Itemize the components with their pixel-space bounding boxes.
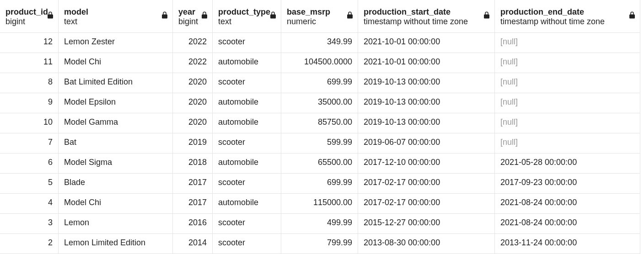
table-cell[interactable]: 2021-08-24 00:00:00 — [495, 214, 640, 234]
column-type: timestamp without time zone — [364, 17, 489, 26]
table-cell[interactable]: scooter — [213, 214, 281, 234]
column-type: numeric — [287, 17, 352, 26]
table-cell[interactable]: Lemon Limited Edition — [59, 234, 173, 254]
table-cell[interactable]: 11 — [0, 53, 59, 73]
column-name: model — [64, 7, 167, 17]
table-cell[interactable]: Blade — [59, 174, 173, 194]
table-cell[interactable]: automobile — [213, 93, 281, 113]
table-cell[interactable]: 2020 — [173, 93, 213, 113]
table-cell[interactable]: Bat — [59, 133, 173, 153]
column-type: timestamp without time zone — [500, 17, 634, 26]
table-cell[interactable]: 2022 — [173, 33, 213, 53]
table-cell[interactable]: automobile — [213, 194, 281, 214]
table-cell[interactable]: 10 — [0, 113, 59, 133]
table-cell[interactable]: 2018 — [173, 153, 213, 174]
table-cell[interactable]: 2 — [0, 234, 59, 254]
table-cell[interactable]: 2019-10-13 00:00:00 — [358, 93, 495, 113]
table-cell[interactable]: 799.99 — [281, 234, 358, 254]
table-cell[interactable]: 104500.0000 — [281, 53, 358, 73]
column-header-production_end_date[interactable]: production_end_datetimestamp without tim… — [495, 0, 640, 33]
column-name: product_id — [5, 7, 53, 17]
table-cell[interactable]: automobile — [213, 53, 281, 73]
table-cell[interactable]: Lemon Zester — [59, 33, 173, 53]
table-cell[interactable]: 2020 — [173, 73, 213, 93]
table-cell[interactable]: scooter — [213, 234, 281, 254]
table-cell[interactable]: 2021-05-28 00:00:00 — [495, 153, 640, 174]
table-cell[interactable]: scooter — [213, 33, 281, 53]
table-cell[interactable]: [null] — [495, 33, 640, 53]
column-type: text — [64, 17, 167, 26]
table-cell[interactable]: 2013-08-30 00:00:00 — [358, 234, 495, 254]
table-cell[interactable]: Model Chi — [59, 53, 173, 73]
table-cell[interactable]: 2017 — [173, 174, 213, 194]
lock-icon — [46, 11, 54, 19]
table-cell[interactable]: 2021-10-01 00:00:00 — [358, 53, 495, 73]
table-cell[interactable]: 6 — [0, 153, 59, 174]
table-cell[interactable]: [null] — [495, 93, 640, 113]
data-table: product_idbigintmodeltextyearbigintprodu… — [0, 0, 644, 254]
table-cell[interactable]: scooter — [213, 133, 281, 153]
table-cell[interactable]: 2022 — [173, 53, 213, 73]
column-header-year[interactable]: yearbigint — [173, 0, 213, 33]
table-cell[interactable]: 2014 — [173, 234, 213, 254]
table-cell[interactable]: 2019-06-07 00:00:00 — [358, 133, 495, 153]
table-cell[interactable]: scooter — [213, 174, 281, 194]
lock-icon — [346, 11, 354, 19]
table-cell[interactable]: 699.99 — [281, 73, 358, 93]
table-cell[interactable]: [null] — [495, 53, 640, 73]
table-cell[interactable]: 2017-02-17 00:00:00 — [358, 194, 495, 214]
table-cell[interactable]: 599.99 — [281, 133, 358, 153]
lock-icon — [200, 11, 209, 19]
table-cell[interactable]: [null] — [495, 73, 640, 93]
table-cell[interactable]: Model Chi — [59, 194, 173, 214]
table-cell[interactable]: 2016 — [173, 214, 213, 234]
column-name: production_start_date — [364, 7, 489, 17]
table-cell[interactable]: 2017-02-17 00:00:00 — [358, 174, 495, 194]
table-cell[interactable]: scooter — [213, 73, 281, 93]
table-cell[interactable]: 7 — [0, 133, 59, 153]
column-header-product_type[interactable]: product_typetext — [213, 0, 281, 33]
table-cell[interactable]: 349.99 — [281, 33, 358, 53]
column-type: bigint — [5, 17, 53, 26]
table-cell[interactable]: 2017-09-23 00:00:00 — [495, 174, 640, 194]
table-cell[interactable]: 2019-10-13 00:00:00 — [358, 73, 495, 93]
table-cell[interactable]: 9 — [0, 93, 59, 113]
column-header-base_msrp[interactable]: base_msrpnumeric — [281, 0, 358, 33]
column-type: text — [218, 17, 275, 26]
table-cell[interactable]: Model Epsilon — [59, 93, 173, 113]
column-name: product_type — [218, 7, 275, 17]
table-cell[interactable]: 2019 — [173, 133, 213, 153]
column-name: production_end_date — [500, 7, 634, 17]
column-header-model[interactable]: modeltext — [59, 0, 173, 33]
table-cell[interactable]: 115000.00 — [281, 194, 358, 214]
table-cell[interactable]: Model Gamma — [59, 113, 173, 133]
table-cell[interactable]: 85750.00 — [281, 113, 358, 133]
table-cell[interactable]: 2021-08-24 00:00:00 — [495, 194, 640, 214]
table-cell[interactable]: Bat Limited Edition — [59, 73, 173, 93]
column-header-product_id[interactable]: product_idbigint — [0, 0, 59, 33]
table-cell[interactable]: 2013-11-24 00:00:00 — [495, 234, 640, 254]
table-cell[interactable]: 12 — [0, 33, 59, 53]
table-cell[interactable]: 5 — [0, 174, 59, 194]
table-cell[interactable]: 2017-12-10 00:00:00 — [358, 153, 495, 174]
table-cell[interactable]: 499.99 — [281, 214, 358, 234]
table-cell[interactable]: automobile — [213, 113, 281, 133]
table-cell[interactable]: [null] — [495, 113, 640, 133]
table-cell[interactable]: 2021-10-01 00:00:00 — [358, 33, 495, 53]
table-cell[interactable]: Model Sigma — [59, 153, 173, 174]
table-cell[interactable]: 4 — [0, 194, 59, 214]
table-cell[interactable]: 8 — [0, 73, 59, 93]
table-cell[interactable]: 2020 — [173, 113, 213, 133]
table-cell[interactable]: Lemon — [59, 214, 173, 234]
table-cell[interactable]: 2017 — [173, 194, 213, 214]
table-cell[interactable]: 699.99 — [281, 174, 358, 194]
table-cell[interactable]: 2015-12-27 00:00:00 — [358, 214, 495, 234]
lock-icon — [269, 11, 277, 19]
table-cell[interactable]: 3 — [0, 214, 59, 234]
table-cell[interactable]: 35000.00 — [281, 93, 358, 113]
table-cell[interactable]: [null] — [495, 133, 640, 153]
table-cell[interactable]: 65500.00 — [281, 153, 358, 174]
column-header-production_start_date[interactable]: production_start_datetimestamp without t… — [358, 0, 495, 33]
table-cell[interactable]: automobile — [213, 153, 281, 174]
table-cell[interactable]: 2019-10-13 00:00:00 — [358, 113, 495, 133]
